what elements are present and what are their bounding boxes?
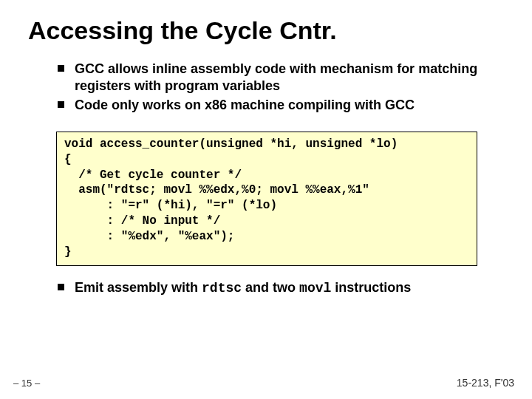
bullet-text: GCC allows inline assembly code with mec… <box>75 61 495 94</box>
bullet-item: Code only works on x86 machine compiling… <box>58 97 495 114</box>
bullet-list-bottom: Emit assembly with rdtsc and two movl in… <box>58 279 495 300</box>
bullet-item: Emit assembly with rdtsc and two movl in… <box>58 279 495 297</box>
square-bullet-icon <box>58 284 64 290</box>
square-bullet-icon <box>58 101 64 108</box>
inline-code: movl <box>299 281 331 296</box>
bullet-item: GCC allows inline assembly code with mec… <box>58 61 495 94</box>
slide: Accessing the Cycle Cntr. GCC allows inl… <box>0 0 532 399</box>
text-segment: instructions <box>331 280 411 295</box>
square-bullet-icon <box>58 65 64 72</box>
text-segment: Emit assembly with <box>75 280 202 295</box>
bullet-list-top: GCC allows inline assembly code with mec… <box>58 61 495 117</box>
bullet-text: Code only works on x86 machine compiling… <box>75 97 415 114</box>
code-snippet: void access_counter(unsigned *hi, unsign… <box>64 137 469 259</box>
slide-title: Accessing the Cycle Cntr. <box>28 16 337 45</box>
text-segment: and two <box>242 280 299 295</box>
footer-page-number: – 15 – <box>13 378 40 389</box>
code-box: void access_counter(unsigned *hi, unsign… <box>56 132 477 266</box>
bullet-text: Emit assembly with rdtsc and two movl in… <box>75 279 411 297</box>
footer-course-id: 15-213, F'03 <box>457 377 514 389</box>
inline-code: rdtsc <box>202 281 242 296</box>
